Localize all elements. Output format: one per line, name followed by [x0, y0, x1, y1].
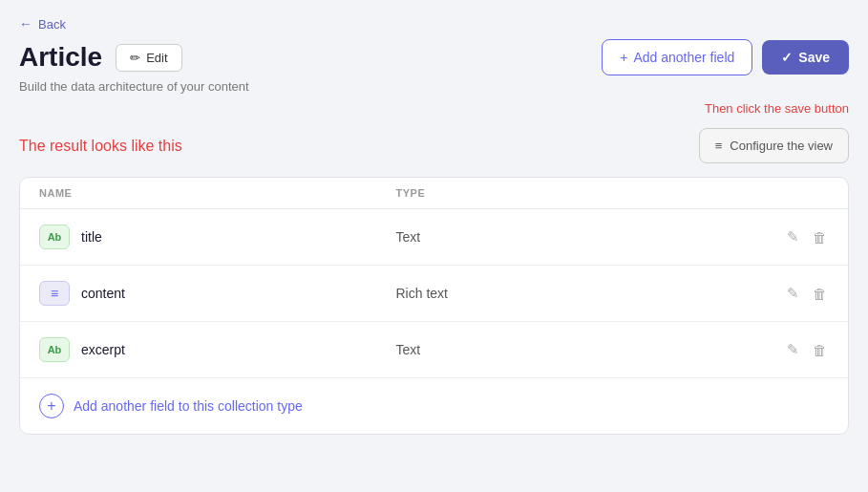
configure-view-button[interactable]: ≡ Configure the view [699, 128, 849, 163]
field-name-cell: ≡ content [39, 281, 396, 306]
table-row: Ab excerpt Text ✎ 🗑 [20, 322, 848, 378]
table-row: Ab title Text ✎ 🗑 [20, 209, 848, 266]
edit-row-icon[interactable]: ✎ [785, 283, 801, 304]
hint-text: Then click the save button [705, 101, 849, 116]
col-header-actions [752, 187, 829, 199]
content-area: The result looks like this ≡ Configure t… [19, 128, 849, 163]
table-header: NAME TYPE [20, 178, 848, 209]
header-left: Article ✏ Edit [19, 42, 182, 73]
edit-label: Edit [146, 51, 167, 65]
back-arrow-icon: ← [19, 16, 32, 32]
header-right: + Add another field ✓ Save [602, 39, 849, 75]
field-badge-rich: ≡ [39, 281, 70, 306]
field-name: excerpt [81, 342, 125, 357]
add-another-field-button[interactable]: + Add another field [602, 39, 752, 75]
header-row: Article ✏ Edit + Add another field ✓ Sav… [19, 39, 849, 75]
col-header-type: TYPE [396, 187, 753, 199]
configure-icon: ≡ [715, 139, 723, 153]
edit-button[interactable]: ✏ Edit [116, 44, 181, 72]
delete-row-icon[interactable]: 🗑 [811, 227, 829, 247]
configure-label: Configure the view [730, 139, 833, 153]
edit-row-icon[interactable]: ✎ [785, 226, 801, 247]
add-field-label: Add another field [633, 50, 734, 65]
field-name: title [81, 229, 102, 245]
page-title: Article [19, 42, 102, 73]
back-link[interactable]: ← Back [19, 16, 66, 32]
back-label: Back [38, 17, 66, 32]
add-field-collection-row[interactable]: + Add another field to this collection t… [20, 378, 848, 434]
field-type: Rich text [396, 286, 753, 301]
add-field-collection-label: Add another field to this collection typ… [74, 398, 303, 414]
field-name-cell: Ab title [39, 225, 396, 249]
field-name-cell: Ab excerpt [39, 337, 396, 362]
checkmark-icon: ✓ [781, 50, 793, 65]
edit-row-icon[interactable]: ✎ [785, 339, 801, 360]
page-subtitle: Build the data architecture of your cont… [19, 79, 849, 94]
col-header-name: NAME [39, 187, 396, 199]
field-type: Text [396, 342, 753, 357]
delete-row-icon[interactable]: 🗑 [811, 284, 829, 304]
field-badge-text: Ab [39, 337, 70, 362]
fields-table: NAME TYPE Ab title Text ✎ 🗑 ≡ content Ri… [19, 177, 849, 435]
save-button[interactable]: ✓ Save [762, 40, 849, 75]
edit-icon: ✏ [130, 51, 140, 65]
field-badge-text: Ab [39, 225, 70, 249]
field-type: Text [396, 229, 753, 245]
field-name: content [81, 286, 125, 301]
result-label: The result looks like this [19, 138, 182, 155]
row-actions: ✎ 🗑 [752, 339, 829, 360]
add-field-circle-icon: + [39, 394, 64, 418]
table-row: ≡ content Rich text ✎ 🗑 [20, 266, 848, 322]
delete-row-icon[interactable]: 🗑 [811, 340, 829, 360]
save-label: Save [798, 50, 830, 65]
row-actions: ✎ 🗑 [752, 226, 829, 247]
row-actions: ✎ 🗑 [752, 283, 829, 304]
plus-icon: + [620, 50, 627, 65]
